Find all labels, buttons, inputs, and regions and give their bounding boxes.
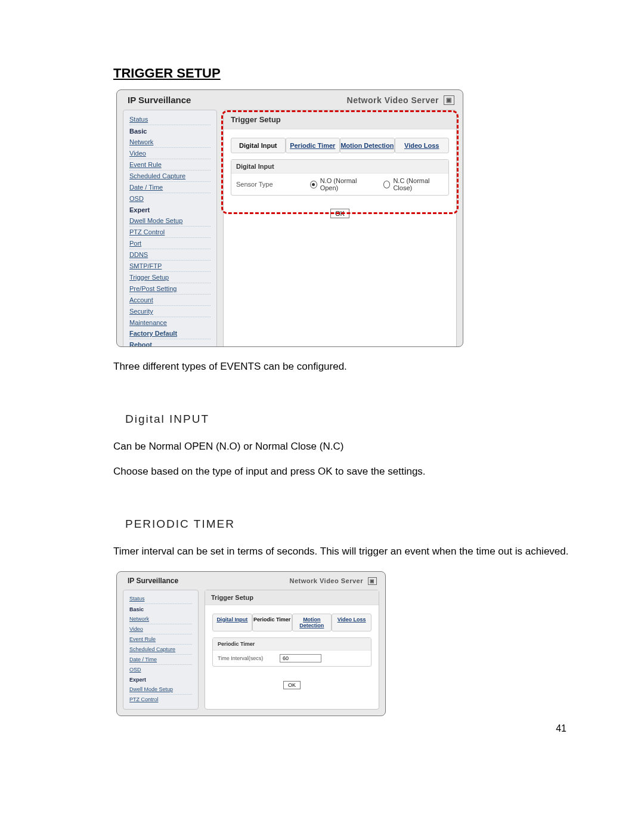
sidebar-item-scheduled-capture[interactable]: Scheduled Capture xyxy=(129,645,192,655)
radio-icon xyxy=(310,181,317,188)
paragraph: Three different types of EVENTS can be c… xyxy=(113,357,572,377)
sidebar-item-event-rule[interactable]: Event Rule xyxy=(129,159,210,171)
paragraph: Can be Normal OPEN (N.O) or Normal Close… xyxy=(113,436,572,457)
sidebar-item-factory-default[interactable]: Factory Default xyxy=(129,328,210,339)
sidebar-item-prepost[interactable]: Pre/Post Setting xyxy=(129,283,210,295)
radio-normal-close[interactable]: N.C (Normal Close) xyxy=(383,177,444,191)
sidebar-item-ptz[interactable]: PTZ Control xyxy=(129,695,192,704)
radio-normal-open[interactable]: N.O (Normal Open) xyxy=(310,177,370,191)
digital-input-panel-title: Digital Input xyxy=(231,160,448,174)
camera-icon: ▣ xyxy=(444,95,454,105)
server-title: Network Video Server xyxy=(289,577,363,584)
sidebar-item-dwell[interactable]: Dwell Mode Setup xyxy=(129,685,192,695)
sidebar-item-network[interactable]: Network xyxy=(129,137,210,148)
content-panel: Trigger Setup Digital Input Periodic Tim… xyxy=(205,590,379,710)
digital-input-panel: Digital Input Sensor Type N.O (Normal Op… xyxy=(231,159,449,196)
tab-periodic-timer[interactable]: Periodic Timer xyxy=(286,138,340,153)
section-title: TRIGGER SETUP xyxy=(113,66,572,81)
time-interval-input[interactable] xyxy=(280,654,321,662)
tabs: Digital Input Periodic Timer Motion Dete… xyxy=(224,129,456,157)
paragraph: Timer interval can be set in terms of se… xyxy=(113,541,572,562)
app-title: IP Surveillance xyxy=(128,577,178,585)
sensor-type-label: Sensor Type xyxy=(236,181,302,188)
sidebar-item-dwell[interactable]: Dwell Mode Setup xyxy=(129,215,210,227)
sidebar: Status Basic Network Video Event Rule Sc… xyxy=(123,590,199,710)
sidebar-item-smtp[interactable]: SMTP/FTP xyxy=(129,261,210,272)
sidebar-item-osd[interactable]: OSD xyxy=(129,665,192,674)
sidebar-item-date-time[interactable]: Date / Time xyxy=(129,182,210,193)
server-title: Network Video Server xyxy=(347,95,439,105)
paragraph: Choose based on the type of input and pr… xyxy=(113,462,572,482)
radio-label-nc: N.C (Normal Close) xyxy=(393,177,444,191)
app-title: IP Surveillance xyxy=(128,95,191,105)
tab-motion-detection[interactable]: Motion Detection xyxy=(292,614,332,631)
sidebar-group-basic: Basic xyxy=(129,125,210,137)
sidebar-item-reboot[interactable]: Reboot xyxy=(129,339,210,347)
page-number: 41 xyxy=(556,723,566,734)
tab-video-loss[interactable]: Video Loss xyxy=(395,138,450,153)
sidebar-item-ddns[interactable]: DDNS xyxy=(129,249,210,261)
sidebar-item-osd[interactable]: OSD xyxy=(129,193,210,204)
periodic-timer-panel: Periodic Timer Time Interval(secs) xyxy=(212,637,371,667)
ok-button[interactable]: OK xyxy=(283,681,301,689)
time-interval-label: Time Interval(secs) xyxy=(218,655,271,661)
tab-motion-detection[interactable]: Motion Detection xyxy=(340,138,395,153)
sidebar-item-event-rule[interactable]: Event Rule xyxy=(129,634,192,645)
camera-icon: ▣ xyxy=(368,577,377,585)
content-panel: Trigger Setup Digital Input Periodic Tim… xyxy=(223,110,457,347)
sidebar-group-basic: Basic xyxy=(129,604,192,614)
radio-label-no: N.O (Normal Open) xyxy=(320,177,370,191)
sidebar-item-ptz[interactable]: PTZ Control xyxy=(129,227,210,238)
tab-video-loss[interactable]: Video Loss xyxy=(332,614,371,631)
sidebar-item-account[interactable]: Account xyxy=(129,295,210,306)
sidebar-item-scheduled-capture[interactable]: Scheduled Capture xyxy=(129,171,210,182)
sidebar-item-trigger[interactable]: Trigger Setup xyxy=(129,272,210,283)
sub-heading-periodic-timer: PERIODIC TIMER xyxy=(125,518,572,531)
sidebar-item-network[interactable]: Network xyxy=(129,614,192,624)
ok-button[interactable]: OK xyxy=(330,209,349,218)
sidebar-item-port[interactable]: Port xyxy=(129,238,210,249)
content-title: Trigger Setup xyxy=(205,590,379,605)
sidebar-group-expert: Expert xyxy=(129,204,210,215)
sidebar-item-maintenance[interactable]: Maintenance xyxy=(129,317,210,328)
sidebar-item-video[interactable]: Video xyxy=(129,624,192,634)
sidebar-item-security[interactable]: Security xyxy=(129,306,210,317)
sidebar-item-status[interactable]: Status xyxy=(129,114,210,125)
periodic-timer-panel-title: Periodic Timer xyxy=(213,638,371,651)
screenshot-trigger-periodic-timer: IP Surveillance Network Video Server ▣ S… xyxy=(116,571,386,716)
sidebar-item-status[interactable]: Status xyxy=(129,594,192,604)
sidebar: Status Basic Network Video Event Rule Sc… xyxy=(123,110,217,347)
radio-icon xyxy=(383,181,391,188)
tabs: Digital Input Periodic Timer Motion Dete… xyxy=(205,605,379,635)
content-title: Trigger Setup xyxy=(224,110,456,129)
tab-digital-input[interactable]: Digital Input xyxy=(231,138,286,153)
sidebar-item-date-time[interactable]: Date / Time xyxy=(129,655,192,665)
sidebar-group-expert: Expert xyxy=(129,674,192,685)
tab-digital-input[interactable]: Digital Input xyxy=(212,614,252,631)
screenshot-trigger-digital-input: IP Surveillance Network Video Server ▣ S… xyxy=(116,89,463,347)
sub-heading-digital-input: Digital INPUT xyxy=(125,413,572,426)
tab-periodic-timer[interactable]: Periodic Timer xyxy=(252,614,292,631)
sidebar-item-video[interactable]: Video xyxy=(129,148,210,159)
